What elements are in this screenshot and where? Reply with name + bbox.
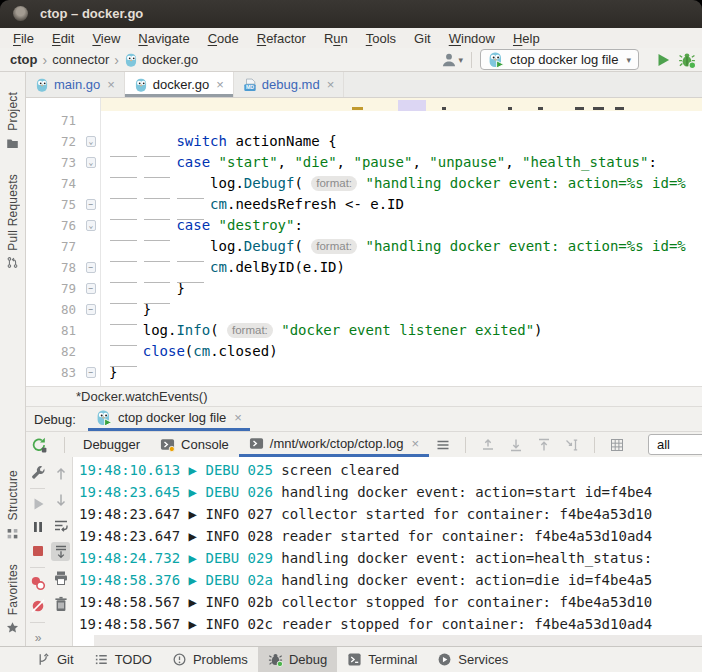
log-message: collector stopped for container: f4be4a5… (273, 594, 652, 610)
close-icon[interactable]: × (216, 77, 224, 92)
tab-docker.go[interactable]: docker.go× (125, 72, 234, 97)
title-bar: ctop – docker.go (0, 0, 702, 28)
log-level: DEBU 02a (205, 572, 272, 588)
statusbar-item-label: Services (458, 652, 508, 667)
fold-marker-icon[interactable]: ⌄ (86, 136, 96, 147)
code-text: cm.delByID(e.ID) (103, 257, 345, 278)
user-dropdown-arrow[interactable]: ▾ (459, 55, 464, 65)
fold-marker-icon[interactable]: ⌄ (86, 157, 96, 168)
fold-marker-icon[interactable]: − (86, 304, 96, 315)
run-button[interactable] (655, 52, 671, 68)
menu-run[interactable]: Run (315, 30, 357, 47)
log-line: 19:48:23.647 ▶ INFO 028 reader started f… (79, 525, 702, 547)
fold-marker-icon[interactable]: ⌄ (86, 220, 96, 231)
statusbar-item-label: Debug (289, 652, 327, 667)
fold-marker-icon[interactable]: − (86, 262, 96, 273)
statusbar-item-git[interactable]: Git (26, 647, 84, 672)
sidebar-item-project[interactable]: Project (6, 92, 20, 150)
divider (30, 622, 45, 623)
debug-session-tab[interactable]: ctop docker log file × (88, 407, 250, 431)
close-icon[interactable]: × (411, 436, 419, 451)
breadcrumb-item[interactable]: docker.go (124, 52, 198, 67)
parameter-hint: format: (311, 176, 357, 191)
menu-view[interactable]: View (83, 30, 129, 47)
menu-window[interactable]: Window (440, 30, 504, 47)
debug-button[interactable] (678, 51, 696, 69)
sidebar-item-structure[interactable]: Structure (6, 470, 20, 540)
statusbar-item-todo[interactable]: TODO (84, 647, 162, 672)
statusbar-item-debug[interactable]: Debug (258, 647, 337, 672)
line-number: 74 (26, 173, 79, 194)
fold-marker-icon[interactable]: − (86, 367, 96, 378)
line-number: 71 (26, 110, 79, 131)
rerun-icon[interactable] (31, 437, 47, 453)
scroll-to-bottom-icon[interactable] (508, 437, 524, 453)
horizontal-scrollbar[interactable] (94, 635, 702, 646)
breadcrumb-item[interactable]: connector (52, 52, 109, 67)
clear-all-icon[interactable] (51, 594, 70, 613)
log-message: handling docker event: action=health_sta… (273, 550, 652, 566)
menu-tools[interactable]: Tools (357, 30, 405, 47)
close-icon[interactable]: × (327, 77, 335, 92)
up-arrow-icon[interactable] (51, 464, 70, 483)
pause-icon[interactable] (28, 519, 47, 535)
code-text: log.Debugf( format: "handling docker eve… (103, 236, 686, 257)
window-control-button[interactable] (13, 6, 28, 21)
breadcrumb-label: connector (52, 52, 109, 67)
fold-marker-icon[interactable]: − (86, 283, 96, 294)
view-breakpoints-icon[interactable] (28, 575, 47, 591)
console-toolbar-icons (429, 437, 631, 453)
console-tab-console[interactable]: Console (150, 432, 239, 457)
statusbar-item-problems[interactable]: Problems (162, 647, 258, 672)
more-actions-icon[interactable]: » (28, 630, 47, 646)
fold-marker-icon[interactable]: − (86, 199, 96, 210)
run-configuration-select[interactable]: ctop docker log file ▾ (480, 49, 639, 70)
go-file-icon (134, 78, 148, 92)
down-arrow-icon[interactable] (51, 490, 70, 509)
menu-git[interactable]: Git (405, 30, 440, 47)
statusbar-item-services[interactable]: Services (427, 647, 518, 672)
menu-file[interactable]: File (4, 30, 43, 47)
console-tab-label: Debugger (83, 437, 140, 452)
mute-breakpoints-icon[interactable] (28, 598, 47, 614)
debug-actions-column: » (26, 457, 50, 646)
resume-icon[interactable] (28, 496, 47, 512)
line-number: 75 (26, 194, 79, 215)
breadcrumb-item[interactable]: ctop (10, 52, 37, 67)
settings-icon[interactable] (28, 464, 47, 480)
close-icon[interactable]: × (234, 410, 242, 425)
print-icon[interactable] (51, 568, 70, 587)
line-number: 79 (26, 278, 79, 299)
menu-help[interactable]: Help (504, 30, 549, 47)
code-editor[interactable]: 7172⌄switch actionName {73⌄case "start",… (26, 98, 702, 386)
scroll-to-top-icon[interactable] (536, 437, 552, 453)
menu-refactor[interactable]: Refactor (248, 30, 315, 47)
scroll-up-icon[interactable] (480, 437, 496, 453)
stop-icon[interactable] (28, 542, 47, 558)
menu-navigate[interactable]: Navigate (129, 30, 198, 47)
soft-wrap-icon[interactable] (51, 516, 70, 535)
tab-debug.md[interactable]: MDdebug.md× (234, 72, 344, 97)
tab-label: main.go (54, 77, 100, 92)
console-tab-debugger[interactable]: Debugger (73, 432, 150, 457)
fold-gutter: ⌄ (79, 215, 103, 236)
user-icon[interactable] (441, 52, 457, 68)
menu-edit[interactable]: Edit (43, 30, 83, 47)
menu-icon[interactable] (435, 437, 451, 453)
close-icon[interactable]: × (107, 77, 115, 92)
sidebar-item-favorites[interactable]: Favorites (6, 564, 20, 634)
menu-code[interactable]: Code (199, 30, 248, 47)
debug-session-tab-label: ctop docker log file (118, 410, 226, 425)
tab-main.go[interactable]: main.go× (26, 72, 125, 97)
log-console[interactable]: 19:48:10.613 ▶ DEBU 025 screen cleared19… (72, 457, 702, 646)
restore-layout-icon[interactable] (609, 437, 625, 453)
log-timestamp: 19:48:58.567 (79, 594, 180, 610)
go-file-icon (124, 53, 138, 67)
log-filter-select[interactable]: all (648, 434, 702, 455)
statusbar-item-terminal[interactable]: Terminal (337, 647, 427, 672)
console-tab--mnt-work-ctop-ctop-log[interactable]: /mnt/work/ctop/ctop.log× (239, 432, 429, 457)
scroll-to-end-icon[interactable] (51, 542, 70, 561)
scroll-to-cursor-icon[interactable] (564, 437, 580, 453)
sidebar-item-pull-requests[interactable]: Pull Requests (6, 174, 20, 270)
line-number: 76 (26, 215, 79, 236)
